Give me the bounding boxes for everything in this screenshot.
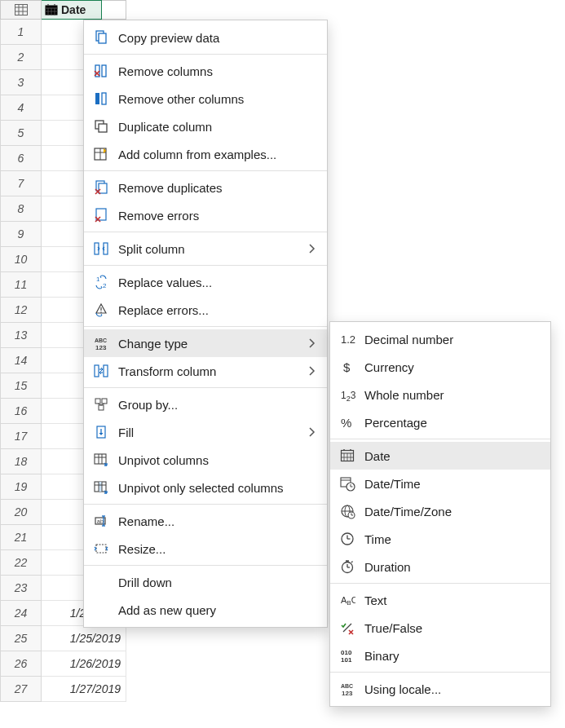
menu-item-date-time[interactable]: Date/Time [330, 470, 550, 497]
svg-point-38 [100, 311, 102, 313]
menu-item-transform-column[interactable]: Transform column [84, 357, 327, 385]
row-number-cell[interactable]: 3 [0, 70, 42, 95]
menu-item-label: Fill [118, 426, 301, 439]
row-number-cell[interactable]: 7 [0, 171, 42, 196]
row-number-cell[interactable]: 5 [0, 121, 42, 146]
table-corner-cell[interactable] [0, 0, 42, 20]
calendar-icon [45, 4, 58, 15]
menu-item-currency[interactable]: $Currency [330, 353, 550, 381]
menu-item-using-locale[interactable]: ABC123Using locale... [330, 675, 550, 703]
menu-item-add-as-new-query[interactable]: Add as new query [84, 596, 327, 624]
menu-item-whole-number[interactable]: 123Whole number [330, 381, 550, 408]
row-number-cell[interactable]: 17 [0, 424, 42, 449]
menu-item-label: Add column from examples... [118, 148, 319, 161]
row-number-cell[interactable]: 14 [0, 348, 42, 373]
menu-item-duplicate-column[interactable]: Duplicate column [84, 113, 327, 140]
row-number-cell[interactable]: 21 [0, 525, 42, 550]
menu-item-remove-duplicates[interactable]: Remove duplicates [84, 174, 327, 201]
row-number-cell[interactable]: 20 [0, 500, 42, 525]
menu-item-true-false[interactable]: True/False [330, 614, 550, 642]
row-number-cell[interactable]: 13 [0, 323, 42, 348]
menu-item-replace-values[interactable]: 12Replace values... [84, 268, 327, 296]
row-number-cell[interactable]: 18 [0, 449, 42, 474]
menu-item-replace-errors[interactable]: Replace errors... [84, 296, 327, 324]
menu-item-label: Change type [118, 337, 301, 351]
row-number-cell[interactable]: 11 [0, 272, 42, 298]
row-number-cell[interactable]: 22 [0, 550, 42, 576]
date-cell[interactable]: 1/26/2019 [42, 651, 126, 677]
menu-item-copy-preview-data[interactable]: Copy preview data [84, 24, 327, 51]
split-icon [92, 240, 110, 258]
row-number-cell[interactable]: 27 [0, 677, 42, 702]
datetimezone-icon [338, 502, 356, 520]
column-header-date[interactable]: Date [42, 0, 102, 20]
svg-text:$: $ [343, 360, 351, 374]
row-number-cell[interactable]: 10 [0, 247, 42, 272]
row-number-cell[interactable]: 1 [0, 20, 42, 45]
date-cell[interactable]: 1/25/2019 [42, 626, 126, 651]
menu-item-unpivot-columns[interactable]: Unpivot columns [84, 446, 327, 474]
menu-item-resize[interactable]: Resize... [84, 535, 327, 563]
row-number-cell[interactable]: 15 [0, 373, 42, 399]
svg-rect-20 [102, 93, 106, 104]
row-number-cell[interactable]: 4 [0, 95, 42, 121]
menu-item-duration[interactable]: Duration [330, 553, 550, 580]
row-number-cell[interactable]: 9 [0, 222, 42, 247]
date-cell[interactable]: 1/27/2019 [42, 677, 126, 702]
menu-item-split-column[interactable]: Split column [84, 235, 327, 263]
remove-col-icon [92, 62, 110, 80]
svg-rect-46 [102, 399, 107, 404]
menu-item-text[interactable]: ABCText [330, 586, 550, 614]
row-number-cell[interactable]: 12 [0, 298, 42, 323]
menu-item-remove-other-columns[interactable]: Remove other columns [84, 85, 327, 113]
fill-icon [92, 423, 110, 441]
menu-item-unpivot-only-selected-columns[interactable]: Unpivot only selected columns [84, 474, 327, 501]
menu-item-time[interactable]: Time [330, 525, 550, 553]
table-row[interactable]: 261/26/2019 [0, 651, 126, 677]
table-row[interactable]: 251/25/2019 [0, 626, 126, 651]
menu-item-fill[interactable]: Fill [84, 418, 327, 446]
menu-item-binary[interactable]: 010101Binary [330, 642, 550, 669]
menu-item-label: Time [364, 532, 542, 546]
menu-item-group-by[interactable]: Group by... [84, 390, 327, 418]
text-icon: ABC [338, 591, 356, 609]
svg-rect-52 [95, 454, 106, 464]
menu-item-label: Rename... [118, 514, 319, 528]
row-number-cell[interactable]: 24 [0, 601, 42, 626]
currency-icon: $ [338, 358, 356, 376]
svg-rect-57 [99, 482, 102, 492]
column-header-label: Date [61, 3, 86, 16]
menu-item-date[interactable]: Date [330, 442, 550, 470]
row-number-cell[interactable]: 25 [0, 626, 42, 651]
row-number-cell[interactable]: 26 [0, 651, 42, 677]
menu-item-remove-errors[interactable]: Remove errors [84, 201, 327, 229]
unpivot-icon [92, 451, 110, 469]
row-number-cell[interactable]: 2 [0, 45, 42, 70]
menu-item-percentage[interactable]: %Percentage [330, 408, 550, 436]
row-number-cell[interactable]: 6 [0, 146, 42, 171]
menu-item-rename[interactable]: abRename... [84, 507, 327, 535]
menu-item-remove-columns[interactable]: Remove columns [84, 57, 327, 85]
svg-rect-19 [95, 93, 99, 104]
menu-item-label: Percentage [364, 416, 542, 430]
menu-item-label: Date [364, 449, 542, 463]
svg-text:123: 123 [342, 690, 353, 697]
menu-item-decimal-number[interactable]: 1.2Decimal number [330, 325, 550, 353]
svg-rect-0 [15, 5, 27, 15]
row-number-cell[interactable]: 16 [0, 399, 42, 424]
svg-rect-22 [99, 124, 107, 132]
menu-item-add-column-from-examples[interactable]: Add column from examples... [84, 140, 327, 168]
menu-item-label: Binary [364, 649, 542, 663]
row-number-cell[interactable]: 23 [0, 576, 42, 601]
row-number-cell[interactable]: 8 [0, 196, 42, 222]
menu-item-date-time-zone[interactable]: Date/Time/Zone [330, 497, 550, 525]
row-number-cell[interactable]: 19 [0, 474, 42, 500]
remove-other-col-icon [92, 90, 110, 108]
menu-item-drill-down[interactable]: Drill down [84, 568, 327, 596]
chevron-right-icon [309, 338, 319, 348]
decimal-icon: 1.2 [338, 330, 356, 348]
chevron-right-icon [309, 244, 319, 254]
table-row[interactable]: 271/27/2019 [0, 677, 126, 702]
menu-item-change-type[interactable]: ABC123Change type [84, 329, 327, 357]
svg-rect-42 [104, 365, 108, 377]
